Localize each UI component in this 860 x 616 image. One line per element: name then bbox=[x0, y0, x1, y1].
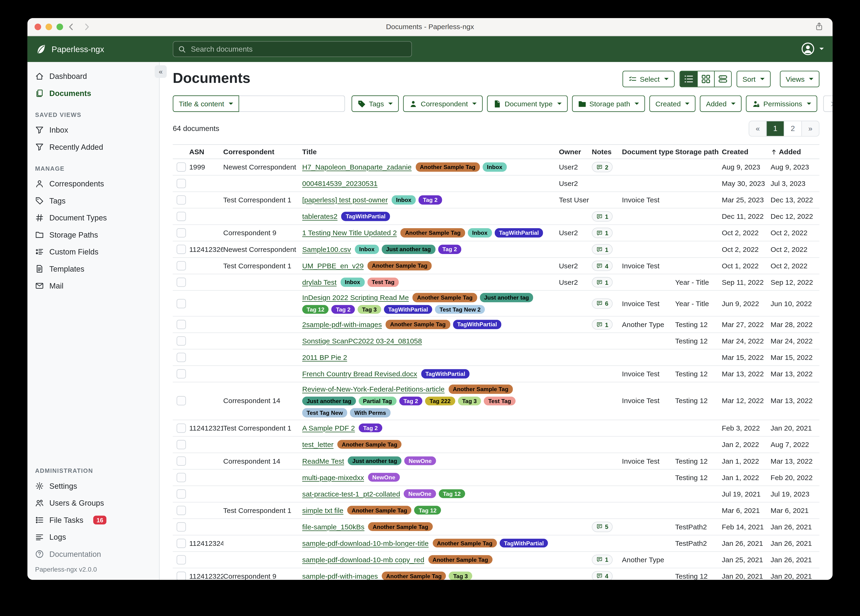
tag-badge[interactable]: Another Sample Tag bbox=[428, 555, 493, 564]
sidebar-item-settings[interactable]: Settings bbox=[27, 477, 159, 494]
tag-badge[interactable]: Another Sample Tag bbox=[337, 440, 402, 449]
tag-badge[interactable]: Inbox bbox=[392, 195, 416, 204]
tag-badge[interactable]: Another Sample Tag bbox=[386, 320, 450, 329]
pagination-prev[interactable]: « bbox=[749, 121, 766, 136]
share-icon[interactable] bbox=[814, 22, 824, 31]
tag-badge[interactable]: Tag 2 bbox=[399, 396, 422, 405]
brand[interactable]: Paperless-ngx bbox=[35, 43, 104, 55]
filter-tags-dropdown[interactable]: Tags bbox=[352, 96, 399, 112]
document-link[interactable]: file-sample_150kBs bbox=[302, 523, 364, 531]
reset-filters-button[interactable]: Reset filters bbox=[823, 96, 833, 112]
document-checkbox[interactable] bbox=[176, 261, 186, 270]
document-link[interactable]: 1 Testing New Title Updated 2 bbox=[302, 229, 397, 237]
notes-badge[interactable]: 4 bbox=[592, 261, 613, 271]
sidebar-item-document-types[interactable]: Document Types bbox=[27, 209, 159, 226]
tag-badge[interactable]: Another Sample Tag bbox=[401, 228, 465, 237]
document-link[interactable]: ReadMe Test bbox=[302, 457, 344, 465]
column-header-created[interactable]: Created bbox=[722, 148, 771, 156]
notes-badge[interactable]: 5 bbox=[592, 522, 613, 532]
view-list-button[interactable] bbox=[680, 71, 697, 86]
sidebar-item-tags[interactable]: Tags bbox=[27, 192, 159, 209]
document-checkbox[interactable] bbox=[176, 505, 186, 515]
document-checkbox[interactable] bbox=[176, 299, 186, 308]
forward-icon[interactable] bbox=[82, 22, 91, 31]
tag-badge[interactable]: TagWithPartial bbox=[384, 305, 432, 314]
tag-badge[interactable]: Another Sample Tag bbox=[433, 539, 497, 548]
document-link[interactable]: sample-pdf-download-10-mb-longer-title bbox=[302, 539, 429, 547]
document-checkbox[interactable] bbox=[176, 571, 186, 580]
tag-badge[interactable]: Tag 3 bbox=[458, 396, 481, 405]
tag-badge[interactable]: Inbox bbox=[468, 228, 492, 237]
sidebar-item-custom-fields[interactable]: Custom Fields bbox=[27, 243, 159, 260]
document-checkbox[interactable] bbox=[176, 179, 186, 188]
notes-badge[interactable]: 1 bbox=[592, 277, 613, 288]
view-grid-button[interactable] bbox=[697, 71, 714, 86]
document-link[interactable]: InDesign 2022 Scripting Read Me bbox=[302, 294, 409, 302]
view-details-button[interactable] bbox=[714, 71, 731, 86]
column-header-document-type[interactable]: Document type bbox=[622, 148, 675, 156]
document-link[interactable]: test_letter bbox=[302, 440, 334, 448]
tag-badge[interactable]: NewOne bbox=[404, 456, 436, 465]
column-header-title[interactable]: Title bbox=[302, 148, 559, 156]
tag-badge[interactable]: Another Sample Tag bbox=[449, 385, 513, 394]
document-checkbox[interactable] bbox=[176, 539, 186, 548]
notes-badge[interactable]: 1 bbox=[592, 554, 613, 564]
document-link[interactable]: sample-pdf-download-10-mb copy_red bbox=[302, 555, 424, 564]
minimize-window-button[interactable] bbox=[46, 24, 52, 30]
tag-badge[interactable]: Tag 12 bbox=[414, 506, 441, 515]
filter-created-dropdown[interactable]: Created bbox=[650, 96, 696, 112]
sidebar-item-logs[interactable]: Logs bbox=[27, 528, 159, 545]
tag-badge[interactable]: Just another tag bbox=[302, 396, 356, 405]
tag-badge[interactable]: Another Sample Tag bbox=[368, 522, 433, 531]
document-link[interactable]: 0004814539_20230531 bbox=[302, 179, 378, 188]
tag-badge[interactable]: Inbox bbox=[355, 245, 379, 254]
filter-correspondent-dropdown[interactable]: Correspondent bbox=[403, 96, 483, 112]
document-link[interactable]: H7_Napoleon_Bonaparte_zadanie bbox=[302, 163, 412, 171]
zoom-window-button[interactable] bbox=[56, 24, 63, 30]
tag-badge[interactable]: Tag 3 bbox=[358, 305, 381, 314]
document-link[interactable]: 2011 BP Pie 2 bbox=[302, 353, 347, 361]
document-checkbox[interactable] bbox=[176, 278, 186, 287]
sidebar-item-users-groups[interactable]: Users & Groups bbox=[27, 494, 159, 511]
document-checkbox[interactable] bbox=[176, 162, 186, 172]
tag-badge[interactable]: Another Sample Tag bbox=[381, 571, 446, 580]
notes-badge[interactable]: 4 bbox=[592, 571, 613, 580]
tag-badge[interactable]: Test Tag New 2 bbox=[435, 305, 485, 314]
document-checkbox[interactable] bbox=[176, 473, 186, 482]
tag-badge[interactable]: Tag 2 bbox=[438, 245, 461, 254]
notes-badge[interactable]: 2 bbox=[592, 162, 613, 172]
sidebar-item-mail[interactable]: Mail bbox=[27, 277, 159, 294]
tag-badge[interactable]: Test Tag bbox=[484, 396, 516, 405]
sidebar-item-correspondents[interactable]: Correspondents bbox=[27, 175, 159, 192]
document-checkbox[interactable] bbox=[176, 336, 186, 346]
document-link[interactable]: [paperless] test post-owner bbox=[302, 196, 388, 204]
document-link[interactable]: sample-pdf-with-images bbox=[302, 572, 378, 580]
notes-badge[interactable]: 1 bbox=[592, 319, 613, 330]
tag-badge[interactable]: Another Sample Tag bbox=[413, 293, 477, 302]
document-link[interactable]: drylab Test bbox=[302, 278, 337, 286]
column-header-asn[interactable]: ASN bbox=[189, 148, 223, 156]
document-link[interactable]: UM_PPBE_en_v29 bbox=[302, 262, 364, 270]
sidebar-item-templates[interactable]: Templates bbox=[27, 260, 159, 277]
tag-badge[interactable]: Just another tag bbox=[480, 293, 533, 302]
notes-badge[interactable]: 1 bbox=[592, 211, 613, 222]
document-checkbox[interactable] bbox=[176, 440, 186, 449]
tag-badge[interactable]: Another Sample Tag bbox=[347, 506, 411, 515]
column-header-storage-path[interactable]: Storage path bbox=[675, 148, 722, 156]
tag-badge[interactable]: NewOne bbox=[368, 473, 400, 482]
column-header-correspondent[interactable]: Correspondent bbox=[223, 148, 302, 156]
tag-badge[interactable]: TagWithPartial bbox=[499, 539, 548, 548]
tag-badge[interactable]: NewOne bbox=[404, 489, 436, 498]
tag-badge[interactable]: Inbox bbox=[483, 162, 507, 171]
tag-badge[interactable]: Another Sample Tag bbox=[367, 261, 432, 270]
sort-button[interactable]: Sort bbox=[736, 71, 771, 87]
sidebar-item-dashboard[interactable]: Dashboard bbox=[27, 68, 159, 84]
document-link[interactable]: A Sample PDF 2 bbox=[302, 424, 355, 432]
document-checkbox[interactable] bbox=[176, 522, 186, 531]
document-checkbox[interactable] bbox=[176, 396, 186, 405]
tag-badge[interactable]: Inbox bbox=[341, 278, 364, 287]
document-checkbox[interactable] bbox=[176, 195, 186, 205]
document-checkbox[interactable] bbox=[176, 353, 186, 362]
column-header-notes[interactable]: Notes bbox=[592, 148, 622, 156]
document-link[interactable]: French Country Bread Revised.docx bbox=[302, 370, 417, 378]
